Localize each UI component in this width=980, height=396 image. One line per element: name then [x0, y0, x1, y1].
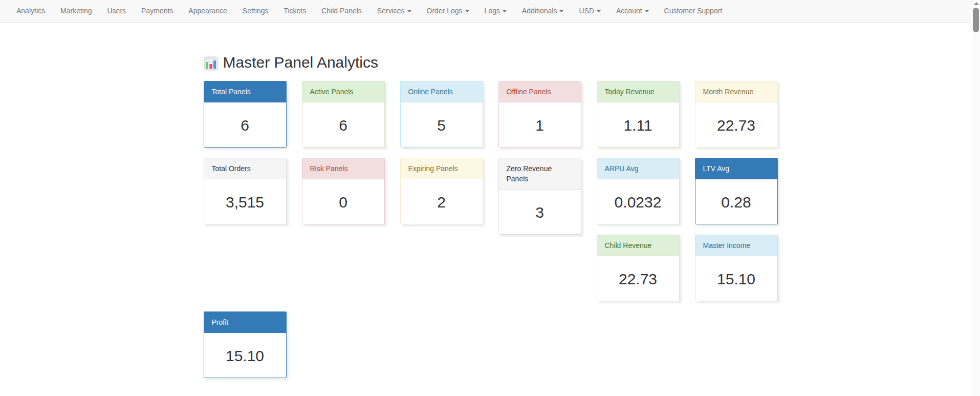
stat-card-label: Today Revenue [597, 81, 679, 102]
nav-item-settings[interactable]: Settings [235, 0, 276, 22]
nav-label: Settings [243, 7, 269, 15]
stat-card-label: Total Panels [204, 81, 286, 102]
caret-down-icon [645, 10, 649, 12]
caret-down-icon [597, 10, 601, 12]
nav-item-account-dropdown[interactable]: Account [608, 0, 657, 22]
nav-item-child-panels[interactable]: Child Panels [314, 0, 369, 22]
stat-card-profit: Profit 15.10 [204, 311, 287, 378]
caret-down-icon [503, 10, 507, 12]
nav-label: Account [616, 7, 642, 15]
stat-card-ltv-avg: LTV Avg 0.28 [695, 158, 778, 224]
nav-item-payments[interactable]: Payments [134, 0, 181, 22]
stat-card-child-revenue: Child Revenue 22.73 [597, 235, 680, 301]
nav-item-customer-support[interactable]: Customer Support [657, 0, 730, 22]
nav-item-logs-dropdown[interactable]: Logs [477, 0, 514, 22]
stat-card-value: 1.11 [597, 102, 679, 149]
scrollbar-thumb[interactable] [973, 8, 979, 32]
nav-item-analytics[interactable]: Analytics [9, 0, 53, 22]
stat-card-label: Child Revenue [597, 235, 679, 256]
bar-chart-icon [204, 55, 218, 70]
stat-card-label: Offline Panels [499, 81, 581, 102]
stat-card-value: 22.73 [695, 102, 777, 149]
stat-card-online-panels: Online Panels 5 [400, 81, 483, 148]
stat-card-value: 2 [401, 179, 483, 225]
stat-card-label: ARPU Avg [597, 158, 679, 179]
stat-card-today-revenue: Today Revenue 1.11 [597, 81, 680, 148]
stat-card-value: 0.28 [695, 179, 777, 225]
page-title: Master Panel Analytics [193, 52, 787, 73]
stat-card-label: Risk Panels [302, 158, 384, 179]
stat-card-month-revenue: Month Revenue 22.73 [695, 81, 778, 148]
stat-card-value: 1 [499, 102, 581, 149]
nav-label: USD [579, 7, 594, 15]
stat-card-label: Month Revenue [695, 81, 777, 102]
stat-card-label: Active Panels [302, 81, 384, 102]
nav-label: Child Panels [321, 7, 362, 15]
nav-label: Services [377, 7, 405, 15]
stat-card-master-income: Master Income 15.10 [695, 235, 778, 301]
stat-card-value: 6 [204, 102, 286, 149]
nav-item-currency-dropdown[interactable]: USD [571, 0, 608, 22]
scroll-up-arrow-icon[interactable] [974, 2, 979, 5]
stat-card-active-panels: Active Panels 6 [302, 81, 385, 148]
stat-card-label: Zero Revenue Panels [499, 158, 581, 190]
nav-label: Customer Support [664, 7, 723, 15]
stat-card-label: Total Orders [204, 158, 286, 179]
main-content: Master Panel Analytics Total Panels 6 Ac… [193, 52, 787, 388]
stat-card-label: Expiring Panels [401, 158, 483, 179]
stat-card-arpu-avg: ARPU Avg 0.0232 [597, 158, 680, 224]
stat-card-offline-panels: Offline Panels 1 [498, 81, 581, 148]
nav-menu: Analytics Marketing Users Payments Appea… [0, 0, 980, 22]
stat-card-total-orders: Total Orders 3,515 [204, 158, 287, 224]
nav-item-order-logs-dropdown[interactable]: Order Logs [419, 0, 477, 22]
stat-card-value: 6 [302, 102, 384, 149]
stat-card-value: 15.10 [204, 333, 286, 379]
nav-item-tickets[interactable]: Tickets [276, 0, 314, 22]
stat-card-value: 0 [302, 179, 384, 225]
stat-card-value: 0.0232 [597, 179, 679, 225]
stat-card-label: Online Panels [401, 81, 483, 102]
stat-card-risk-panels: Risk Panels 0 [302, 158, 385, 224]
nav-item-additionals-dropdown[interactable]: Additionals [514, 0, 572, 22]
nav-label: Marketing [60, 7, 92, 15]
stat-card-label: Profit [204, 312, 286, 333]
nav-label: Users [107, 7, 126, 15]
nav-label: Payments [141, 7, 173, 15]
stat-card-expiring-panels: Expiring Panels 2 [400, 158, 483, 224]
stat-card-value: 3 [499, 190, 581, 236]
stat-card-zero-revenue-panels: Zero Revenue Panels 3 [498, 158, 581, 235]
caret-down-icon [559, 10, 563, 12]
nav-label: Logs [485, 7, 500, 15]
top-navbar: Analytics Marketing Users Payments Appea… [0, 0, 980, 23]
nav-label: Order Logs [427, 7, 463, 15]
nav-item-services-dropdown[interactable]: Services [369, 0, 419, 22]
nav-label: Appearance [188, 7, 227, 15]
caret-down-icon [407, 10, 411, 12]
vertical-scrollbar[interactable] [972, 0, 980, 396]
stat-card-value: 5 [401, 102, 483, 149]
stat-card-total-panels: Total Panels 6 [204, 81, 287, 148]
caret-down-icon [465, 10, 469, 12]
page-title-text: Master Panel Analytics [223, 52, 378, 73]
nav-item-appearance[interactable]: Appearance [181, 0, 235, 22]
nav-label: Tickets [284, 7, 306, 15]
stat-card-label: LTV Avg [695, 158, 777, 179]
nav-label: Additionals [522, 7, 557, 15]
stat-card-value: 15.10 [695, 256, 777, 302]
stats-grid: Total Panels 6 Active Panels 6 Online Pa… [193, 81, 787, 388]
nav-item-marketing[interactable]: Marketing [53, 0, 99, 22]
stat-card-label: Master Income [695, 235, 777, 256]
nav-label: Analytics [16, 7, 45, 15]
nav-item-users[interactable]: Users [100, 0, 134, 22]
stat-card-value: 3,515 [204, 179, 286, 225]
stat-card-value: 22.73 [597, 256, 679, 302]
